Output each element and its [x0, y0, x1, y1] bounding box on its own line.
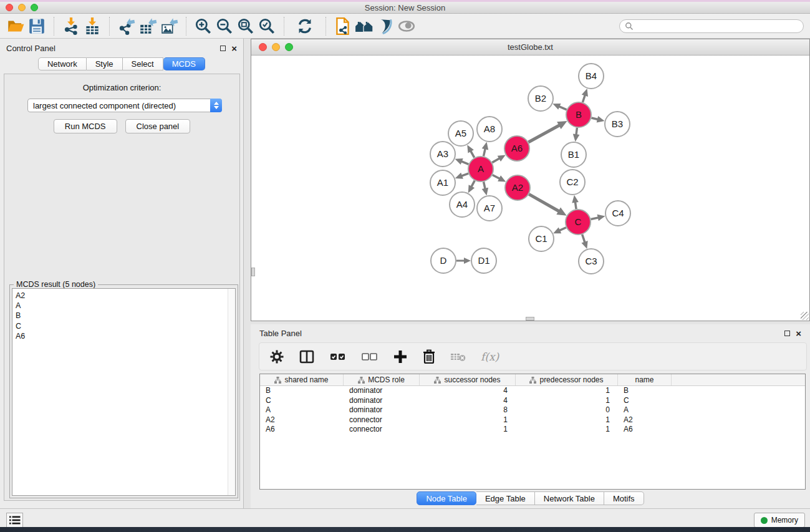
- import-table-icon[interactable]: [82, 16, 103, 37]
- search-input[interactable]: [619, 19, 804, 33]
- tab-mcds[interactable]: MCDS: [163, 57, 205, 70]
- table-cell: 1: [516, 425, 618, 435]
- tab-network-table[interactable]: Network Table: [535, 491, 604, 505]
- table-cell: A: [260, 405, 344, 415]
- canvas-left-handle[interactable]: [251, 268, 255, 276]
- home-icon[interactable]: [354, 16, 375, 37]
- result-node-item[interactable]: A2: [16, 291, 235, 301]
- close-panel-button[interactable]: Close panel: [125, 119, 191, 133]
- edge-A-A3[interactable]: [461, 162, 469, 165]
- tab-network[interactable]: Network: [38, 57, 87, 70]
- select-all-checks-icon[interactable]: [329, 351, 347, 363]
- column-header-predecessor-nodes[interactable]: predecessor nodes: [516, 374, 618, 385]
- column-header-name[interactable]: name: [618, 374, 672, 385]
- refresh-icon[interactable]: [294, 16, 316, 37]
- delete-trash-icon[interactable]: [422, 349, 436, 364]
- memory-button[interactable]: Memory: [754, 513, 805, 528]
- deselect-all-checks-icon[interactable]: [361, 351, 378, 363]
- close-table-panel-icon[interactable]: ×: [796, 331, 801, 336]
- float-table-panel-icon[interactable]: [784, 331, 790, 336]
- edge-C-C3[interactable]: [582, 235, 585, 243]
- edge-A-A7[interactable]: [484, 181, 486, 188]
- graph-node-label-A7: A7: [484, 203, 495, 213]
- edge-B-B2[interactable]: [559, 107, 566, 110]
- edge-C-C1[interactable]: [559, 228, 566, 231]
- network-canvas[interactable]: AA1A3A5A8A4A7A6A2BB1B2B3B4CC1C2C3C4DD1: [251, 56, 809, 321]
- network-window-title: testGlobe.txt: [251, 42, 809, 52]
- function-builder-icon[interactable]: f(x): [481, 351, 499, 363]
- result-node-item[interactable]: A: [16, 301, 235, 311]
- edge-arrowhead: [482, 142, 488, 150]
- tab-style[interactable]: Style: [87, 57, 123, 70]
- edge-A2-C[interactable]: [529, 194, 559, 211]
- tab-node-table[interactable]: Node Table: [417, 491, 476, 505]
- mcds-result-list[interactable]: A2ABCA6: [12, 288, 236, 496]
- graph-node-label-C2: C2: [566, 177, 578, 187]
- zoom-selected-icon[interactable]: [256, 16, 277, 37]
- result-node-item[interactable]: C: [16, 321, 235, 331]
- network-graph[interactable]: AA1A3A5A8A4A7A6A2BB1B2B3B4CC1C2C3C4DD1: [251, 56, 809, 321]
- tab-motifs[interactable]: Motifs: [604, 491, 644, 505]
- task-history-button[interactable]: [6, 513, 23, 528]
- table-row[interactable]: A2connector11A2: [260, 415, 805, 425]
- network-from-file-icon[interactable]: [332, 16, 354, 37]
- column-header-shared-name[interactable]: shared name: [260, 374, 344, 385]
- column-header-successor-nodes[interactable]: successor nodes: [420, 374, 516, 385]
- edge-A-A2[interactable]: [493, 175, 500, 179]
- column-header-mcds-role[interactable]: MCDS role: [344, 374, 420, 385]
- criterion-dropdown[interactable]: largest connected component (directed): [27, 99, 222, 112]
- edge-A-A6[interactable]: [492, 158, 499, 163]
- edge-B-B3[interactable]: [591, 118, 597, 120]
- zoom-in-icon[interactable]: [193, 16, 214, 37]
- zoom-fit-icon[interactable]: [235, 16, 256, 37]
- result-node-item[interactable]: A6: [16, 331, 235, 341]
- run-mcds-button[interactable]: Run MCDS: [54, 119, 117, 133]
- save-session-icon[interactable]: [26, 16, 47, 37]
- close-panel-icon[interactable]: ×: [231, 46, 237, 51]
- column-label: MCDS role: [368, 375, 405, 384]
- table-row[interactable]: A6connector11A6: [260, 425, 805, 435]
- export-image-icon[interactable]: [158, 16, 180, 37]
- export-table-icon[interactable]: [137, 16, 158, 37]
- graph-node-label-B4: B4: [586, 70, 597, 81]
- window-titlebar: Session: New Session: [0, 2, 810, 14]
- tab-edge-table[interactable]: Edge Table: [476, 491, 535, 505]
- export-network-icon[interactable]: [116, 16, 137, 37]
- column-label: name: [635, 375, 653, 384]
- float-panel-icon[interactable]: [220, 46, 226, 51]
- open-session-icon[interactable]: [5, 16, 26, 37]
- edge-arrowhead: [573, 134, 580, 142]
- edge-A6-B[interactable]: [528, 125, 559, 142]
- table-cell: A2: [260, 415, 344, 425]
- result-list-scrollbar[interactable]: [228, 289, 235, 495]
- control-panel-title: Control Panel: [6, 44, 55, 53]
- edge-B-B1[interactable]: [576, 128, 577, 135]
- table-row[interactable]: Cdominator41C: [260, 396, 805, 406]
- edge-A-A4[interactable]: [471, 181, 475, 187]
- edge-A-A8[interactable]: [483, 148, 485, 156]
- import-network-icon[interactable]: [60, 16, 82, 37]
- table-settings-gear-icon[interactable]: [269, 349, 284, 364]
- show-hide-annotations-icon[interactable]: [396, 16, 417, 37]
- network-window-titlebar[interactable]: testGlobe.txt: [251, 39, 809, 56]
- edge-A-A1[interactable]: [461, 173, 468, 176]
- node-table[interactable]: shared nameMCDS rolesuccessor nodesprede…: [259, 374, 806, 490]
- result-node-item[interactable]: B: [16, 311, 235, 321]
- table-row[interactable]: Adominator80A: [260, 405, 805, 415]
- delete-table-icon[interactable]: [450, 351, 466, 362]
- table-row[interactable]: Bdominator41B: [260, 386, 805, 396]
- show-graphics-details-icon[interactable]: [375, 16, 396, 37]
- edge-C-C2[interactable]: [575, 202, 576, 210]
- edge-B-B4[interactable]: [582, 95, 585, 102]
- zoom-out-icon[interactable]: [214, 16, 235, 37]
- tab-select[interactable]: Select: [123, 57, 163, 70]
- window-resize-grip[interactable]: [801, 312, 809, 320]
- edge-arrowhead: [581, 241, 587, 249]
- edge-C-C4[interactable]: [591, 218, 599, 220]
- edge-arrowhead: [482, 188, 488, 196]
- add-column-icon[interactable]: [393, 349, 408, 364]
- edge-A-A5[interactable]: [471, 151, 475, 158]
- table-columns-icon[interactable]: [299, 349, 315, 364]
- canvas-bottom-handle[interactable]: [526, 317, 534, 321]
- session-title: Session: New Session: [0, 3, 810, 12]
